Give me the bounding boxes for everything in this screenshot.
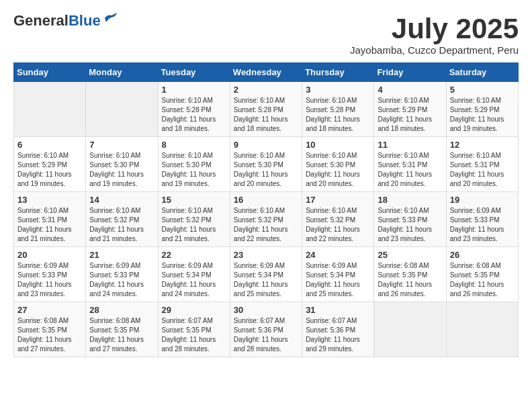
calendar-cell: 24Sunrise: 6:09 AM Sunset: 5:34 PM Dayli… [302,247,374,302]
day-number: 24 [306,250,370,260]
logo-text: GeneralBlue [13,13,101,28]
day-number: 16 [234,195,298,205]
calendar-cell: 26Sunrise: 6:08 AM Sunset: 5:35 PM Dayli… [446,247,518,302]
day-info: Sunrise: 6:10 AM Sunset: 5:32 PM Dayligh… [89,206,154,244]
calendar-cell: 27Sunrise: 6:08 AM Sunset: 5:35 PM Dayli… [14,302,86,357]
calendar-week-row: 13Sunrise: 6:10 AM Sunset: 5:31 PM Dayli… [14,192,519,247]
day-info: Sunrise: 6:10 AM Sunset: 5:31 PM Dayligh… [450,151,515,189]
day-info: Sunrise: 6:10 AM Sunset: 5:32 PM Dayligh… [306,206,370,244]
calendar-cell: 6Sunrise: 6:10 AM Sunset: 5:29 PM Daylig… [14,137,86,192]
day-info: Sunrise: 6:10 AM Sunset: 5:28 PM Dayligh… [162,96,226,134]
day-info: Sunrise: 6:07 AM Sunset: 5:36 PM Dayligh… [234,316,298,354]
day-number: 9 [234,140,298,150]
calendar-cell: 21Sunrise: 6:09 AM Sunset: 5:33 PM Dayli… [86,247,158,302]
day-info: Sunrise: 6:09 AM Sunset: 5:33 PM Dayligh… [450,206,515,244]
day-info: Sunrise: 6:10 AM Sunset: 5:30 PM Dayligh… [162,151,226,189]
day-info: Sunrise: 6:10 AM Sunset: 5:31 PM Dayligh… [17,206,82,244]
day-info: Sunrise: 6:10 AM Sunset: 5:33 PM Dayligh… [378,206,442,244]
calendar-week-row: 6Sunrise: 6:10 AM Sunset: 5:29 PM Daylig… [14,137,519,192]
calendar-cell: 5Sunrise: 6:10 AM Sunset: 5:29 PM Daylig… [446,82,518,137]
day-info: Sunrise: 6:10 AM Sunset: 5:28 PM Dayligh… [306,96,370,134]
calendar-cell: 15Sunrise: 6:10 AM Sunset: 5:32 PM Dayli… [158,192,230,247]
weekday-header-thursday: Thursday [302,63,374,82]
day-number: 20 [17,250,82,260]
calendar-cell: 2Sunrise: 6:10 AM Sunset: 5:28 PM Daylig… [230,82,302,137]
day-info: Sunrise: 6:10 AM Sunset: 5:32 PM Dayligh… [234,206,298,244]
day-number: 22 [162,250,226,260]
calendar-cell: 31Sunrise: 6:07 AM Sunset: 5:36 PM Dayli… [302,302,374,357]
weekday-header-monday: Monday [86,63,158,82]
calendar-cell: 4Sunrise: 6:10 AM Sunset: 5:29 PM Daylig… [374,82,446,137]
day-number: 4 [378,85,442,95]
day-number: 11 [378,140,442,150]
calendar-cell [14,82,86,137]
logo: GeneralBlue [13,13,118,28]
calendar-cell: 23Sunrise: 6:09 AM Sunset: 5:34 PM Dayli… [230,247,302,302]
calendar-cell: 3Sunrise: 6:10 AM Sunset: 5:28 PM Daylig… [302,82,374,137]
day-number: 5 [450,85,515,95]
day-number: 17 [306,195,370,205]
day-number: 10 [306,140,370,150]
day-number: 28 [89,305,154,315]
day-number: 14 [89,195,154,205]
page-header: GeneralBlue July 2025 Jayobamba, Cuzco D… [13,13,519,56]
calendar-cell: 28Sunrise: 6:08 AM Sunset: 5:35 PM Dayli… [86,302,158,357]
calendar-cell [446,302,518,357]
day-info: Sunrise: 6:10 AM Sunset: 5:30 PM Dayligh… [234,151,298,189]
calendar-cell: 12Sunrise: 6:10 AM Sunset: 5:31 PM Dayli… [446,137,518,192]
day-number: 18 [378,195,442,205]
calendar-week-row: 27Sunrise: 6:08 AM Sunset: 5:35 PM Dayli… [14,302,519,357]
day-info: Sunrise: 6:08 AM Sunset: 5:35 PM Dayligh… [89,316,154,354]
calendar-cell: 18Sunrise: 6:10 AM Sunset: 5:33 PM Dayli… [374,192,446,247]
location: Jayobamba, Cuzco Department, Peru [350,44,519,56]
calendar-cell: 8Sunrise: 6:10 AM Sunset: 5:30 PM Daylig… [158,137,230,192]
day-info: Sunrise: 6:10 AM Sunset: 5:30 PM Dayligh… [89,151,154,189]
month-title: July 2025 [350,13,519,44]
weekday-header-friday: Friday [374,63,446,82]
day-number: 1 [162,85,226,95]
calendar-cell [86,82,158,137]
weekday-header-tuesday: Tuesday [158,63,230,82]
weekday-header-row: SundayMondayTuesdayWednesdayThursdayFrid… [14,63,519,82]
calendar-cell: 9Sunrise: 6:10 AM Sunset: 5:30 PM Daylig… [230,137,302,192]
day-info: Sunrise: 6:07 AM Sunset: 5:35 PM Dayligh… [162,316,226,354]
logo-bird-icon [103,13,118,24]
day-info: Sunrise: 6:10 AM Sunset: 5:30 PM Dayligh… [306,151,370,189]
calendar-cell: 16Sunrise: 6:10 AM Sunset: 5:32 PM Dayli… [230,192,302,247]
day-info: Sunrise: 6:10 AM Sunset: 5:29 PM Dayligh… [17,151,82,189]
day-number: 21 [89,250,154,260]
day-number: 27 [17,305,82,315]
day-info: Sunrise: 6:09 AM Sunset: 5:33 PM Dayligh… [17,261,82,299]
calendar-cell: 17Sunrise: 6:10 AM Sunset: 5:32 PM Dayli… [302,192,374,247]
calendar-cell: 19Sunrise: 6:09 AM Sunset: 5:33 PM Dayli… [446,192,518,247]
day-number: 3 [306,85,370,95]
day-number: 7 [89,140,154,150]
calendar-cell: 22Sunrise: 6:09 AM Sunset: 5:34 PM Dayli… [158,247,230,302]
calendar-cell: 30Sunrise: 6:07 AM Sunset: 5:36 PM Dayli… [230,302,302,357]
title-block: July 2025 Jayobamba, Cuzco Department, P… [350,13,519,56]
day-info: Sunrise: 6:09 AM Sunset: 5:33 PM Dayligh… [89,261,154,299]
weekday-header-saturday: Saturday [446,63,518,82]
calendar-cell: 14Sunrise: 6:10 AM Sunset: 5:32 PM Dayli… [86,192,158,247]
day-number: 13 [17,195,82,205]
day-number: 15 [162,195,226,205]
day-number: 12 [450,140,515,150]
day-number: 6 [17,140,82,150]
calendar-cell: 29Sunrise: 6:07 AM Sunset: 5:35 PM Dayli… [158,302,230,357]
day-info: Sunrise: 6:10 AM Sunset: 5:29 PM Dayligh… [378,96,442,134]
day-number: 25 [378,250,442,260]
calendar-cell: 10Sunrise: 6:10 AM Sunset: 5:30 PM Dayli… [302,137,374,192]
calendar-cell: 11Sunrise: 6:10 AM Sunset: 5:31 PM Dayli… [374,137,446,192]
day-number: 19 [450,195,515,205]
calendar-week-row: 1Sunrise: 6:10 AM Sunset: 5:28 PM Daylig… [14,82,519,137]
calendar-cell: 20Sunrise: 6:09 AM Sunset: 5:33 PM Dayli… [14,247,86,302]
calendar-cell: 13Sunrise: 6:10 AM Sunset: 5:31 PM Dayli… [14,192,86,247]
day-number: 23 [234,250,298,260]
day-info: Sunrise: 6:09 AM Sunset: 5:34 PM Dayligh… [306,261,370,299]
calendar-cell: 1Sunrise: 6:10 AM Sunset: 5:28 PM Daylig… [158,82,230,137]
weekday-header-wednesday: Wednesday [230,63,302,82]
calendar-cell [374,302,446,357]
day-info: Sunrise: 6:08 AM Sunset: 5:35 PM Dayligh… [378,261,442,299]
weekday-header-sunday: Sunday [14,63,86,82]
day-number: 26 [450,250,515,260]
